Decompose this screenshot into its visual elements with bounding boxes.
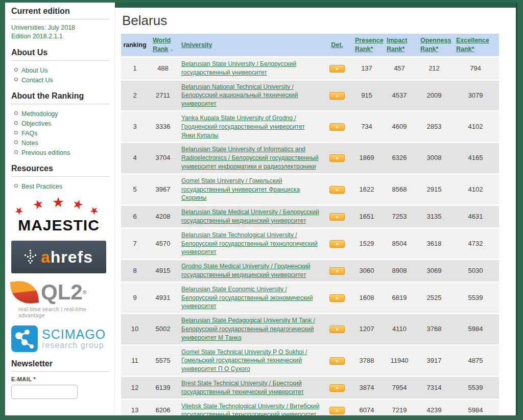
cell-university[interactable]: Vitebsk State Technological University /… [177,399,323,416]
sidebar-link-previous-editions[interactable]: Previous editions [21,149,70,156]
col-header-world-rank[interactable]: World Rank▲ [149,34,177,56]
cell-ranking: 3 [121,110,149,142]
col-header-presence-rank[interactable]: Presence Rank* [351,34,383,56]
sort-link-det[interactable]: Det. [331,41,343,49]
sidebar-link-objectives[interactable]: Objectives [21,120,51,127]
cell-detail[interactable]: » [323,204,351,227]
ahrefs-wordmark: ahrefs [41,248,93,267]
sidebar-link-best-practices[interactable]: Best Practices [21,183,62,190]
col-header-impact-rank[interactable]: Impact Rank* [383,34,416,56]
sidebar-link-about-us[interactable]: About Us [21,67,47,74]
sidebar-link-notes[interactable]: Notes [21,139,38,147]
university-link[interactable]: Belarusian State Technological Universit… [181,231,318,256]
sort-link-openness-rank[interactable]: Openness Rank* [420,37,451,53]
cell-presence-rank: 3060 [351,259,383,282]
cell-world-rank: 4931 [149,282,177,313]
col-header-excellence-rank[interactable]: Excellence Rank* [452,34,499,56]
cell-university[interactable]: Belarusian National Technical University… [177,79,323,110]
sort-link-university[interactable]: University [181,41,212,49]
cell-impact-rank: 7954 [383,376,416,399]
cell-university[interactable]: Yanka Kupala State University of Grodno … [177,110,323,142]
cell-university[interactable]: Belarusian State Economic University / Б… [177,282,323,313]
university-link[interactable]: Brest State Technical University / Брест… [181,380,304,395]
university-link[interactable]: Gomel State University / Гомельский госу… [181,177,300,202]
email-input[interactable] [11,385,78,399]
cell-impact-rank: 4609 [383,110,416,142]
cell-detail[interactable]: » [323,142,351,173]
sidebar-link-faqs[interactable]: FAQs [21,130,37,137]
cell-detail[interactable]: » [323,79,351,110]
cell-detail[interactable]: » [323,56,351,79]
cell-excellence-rank: 4631 [452,204,499,227]
majestic-logo[interactable]: ★ ★ ★ ★ ★ MAJESTIC [11,196,106,234]
sidebar-link-edition-2018-2-1-1[interactable]: Edition 2018.2.1.1 [11,32,109,41]
cell-university[interactable]: Belarusian State University of Informati… [177,142,323,173]
university-link[interactable]: Grodno State Medical University / Гродне… [181,263,311,278]
detail-button[interactable]: » [329,357,345,365]
cell-ranking: 2 [121,79,149,110]
cell-detail[interactable]: » [323,173,351,204]
university-link[interactable]: Gomel State Technical University P O Suk… [181,348,307,373]
table-row: 74570Belarusian State Technological Univ… [121,227,499,259]
cell-openness-rank: 212 [416,56,452,79]
cell-detail[interactable]: » [323,282,351,313]
cell-world-rank: 4915 [149,259,177,282]
detail-button[interactable]: » [329,384,345,392]
cell-university[interactable]: Belarusian State Medical University / Бе… [177,204,323,227]
cell-presence-rank: 1207 [351,313,383,344]
table-row: 1488Belarusian State University / Белору… [121,56,499,79]
detail-button[interactable]: » [329,92,345,100]
cell-detail[interactable]: » [323,313,351,344]
sort-link-excellence-rank[interactable]: Excellence Rank* [456,37,489,53]
cell-presence-rank: 1608 [351,282,383,313]
cell-university[interactable]: Belarusian State University / Белорусски… [177,56,323,79]
detail-button[interactable]: » [329,154,345,162]
detail-button[interactable]: » [329,65,345,73]
university-link[interactable]: Yanka Kupala State University of Grodno … [181,114,305,139]
university-link[interactable]: Belarusian National Technical University… [181,83,298,108]
cell-detail[interactable]: » [323,376,351,399]
detail-button[interactable]: » [329,325,345,333]
cell-detail[interactable]: » [323,259,351,282]
sort-link-presence-rank[interactable]: Presence Rank* [355,37,384,53]
ahrefs-logo[interactable]: ahrefs [11,241,106,273]
cell-presence-rank: 1651 [351,204,383,227]
col-header-openness-rank[interactable]: Openness Rank* [416,34,452,56]
col-header-university[interactable]: University [177,34,323,56]
cell-detail[interactable]: » [323,110,351,142]
sidebar-link-universities-july-2018[interactable]: Universities: July 2018 [11,24,109,32]
detail-button[interactable]: » [329,123,345,131]
scimago-logo[interactable]: SCIMAGO research group [11,325,109,352]
cell-presence-rank: 1869 [351,142,383,173]
sidebar-link-contact-us[interactable]: Contact Us [21,77,53,84]
cell-detail[interactable]: » [323,344,351,376]
detail-button[interactable]: » [329,186,345,194]
cell-university[interactable]: Belarusian State Pedagogical University … [177,313,323,344]
university-link[interactable]: Vitebsk State Technological University /… [181,403,319,416]
cell-openness-rank: 3069 [416,259,452,282]
sort-link-world-rank[interactable]: World Rank [153,37,171,53]
cell-university[interactable]: Grodno State Medical University / Гродне… [177,259,323,282]
university-link[interactable]: Belarusian State University of Informati… [181,146,319,170]
detail-button[interactable]: » [329,294,345,302]
cell-university[interactable]: Gomel State Technical University P O Suk… [177,344,323,376]
university-link[interactable]: Belarusian State University / Белорусски… [181,60,296,76]
detail-button[interactable]: » [329,267,345,275]
cell-detail[interactable]: » [323,399,351,416]
university-link[interactable]: Belarusian State Economic University / Б… [181,286,313,310]
ql2-logo[interactable]: QL2® real-time search | real-time advant… [11,281,108,318]
university-link[interactable]: Belarusian State Pedagogical University … [181,317,315,341]
detail-button[interactable]: » [329,213,345,221]
detail-button[interactable]: » [329,407,345,414]
cell-university[interactable]: Brest State Technical University / Брест… [177,376,323,399]
cell-university[interactable]: Belarusian State Technological Universit… [177,227,323,259]
col-header-det[interactable]: Det. [323,34,351,56]
detail-button[interactable]: » [329,240,345,248]
university-link[interactable]: Belarusian State Medical University / Бе… [181,208,319,224]
sidebar-link-methodology[interactable]: Methodology [21,110,58,118]
cell-impact-rank: 457 [383,56,416,79]
cell-detail[interactable]: » [323,227,351,259]
majestic-wordmark: MAJESTIC [11,217,106,234]
sort-link-impact-rank[interactable]: Impact Rank* [387,37,407,53]
cell-university[interactable]: Gomel State University / Гомельский госу… [177,173,323,204]
